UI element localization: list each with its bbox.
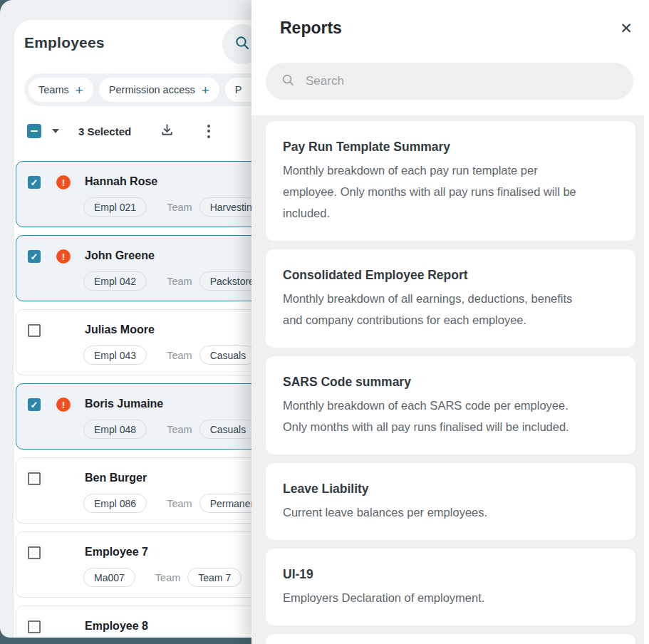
employee-checkbox[interactable]: ✓ [28, 472, 41, 485]
report-title: Consolidated Employee Report [283, 266, 618, 284]
report-card[interactable]: Pay Run Template Summary Monthly breakdo… [266, 121, 635, 241]
check-icon: ✓ [31, 178, 38, 187]
report-title: Pay Run Template Summary [283, 138, 618, 155]
team-label: Team [155, 572, 180, 583]
selection-toolbar: 3 Selected [27, 123, 212, 140]
search-icon [234, 35, 250, 53]
filter-chip-permission-access[interactable]: Permission access + [99, 78, 219, 102]
download-button[interactable] [160, 123, 175, 140]
reports-drawer: Reports ✕ Pay Run Template Summary Month… [251, 0, 649, 644]
more-options-button[interactable] [206, 123, 212, 140]
employee-id-badge: Ma007 [83, 568, 135, 587]
employee-name: Boris Jumaine [85, 398, 163, 410]
report-card[interactable]: Consolidated Employee Report Monthly bre… [266, 249, 635, 348]
team-badge: Team 7 [187, 568, 242, 587]
filter-chip-label: P [235, 84, 242, 95]
employee-id-badge: Empl 021 [83, 197, 147, 217]
employee-name: Julias Moore [85, 323, 155, 336]
report-list: Pay Run Template Summary Monthly breakdo… [251, 115, 644, 644]
employee-checkbox[interactable]: ✓ [28, 250, 41, 263]
employee-id-badge: Empl 043 [83, 346, 147, 365]
chevron-down-icon[interactable] [52, 129, 59, 133]
team-label: Team [167, 276, 192, 287]
employee-name: Hannah Rose [85, 175, 157, 188]
employee-name: Employee 7 [85, 546, 148, 559]
employee-meta: Ma007 Team Team 7 [83, 568, 242, 587]
team-label: Team [167, 424, 192, 435]
report-title: UI-19 [283, 566, 618, 583]
report-title: SARS Code summary [283, 373, 618, 390]
report-description: Monthly breakdown of each pay run templa… [283, 160, 618, 224]
page-title: Employees [24, 34, 105, 51]
team-badge: Casuals [199, 346, 257, 365]
report-card[interactable]: Leave Liability Current leave balances p… [266, 463, 635, 540]
employee-id-badge: Empl 086 [83, 494, 147, 513]
drawer-scrollbar[interactable] [644, 100, 649, 644]
report-description: Monthly breakdown of each SARS code per … [283, 395, 618, 437]
filter-bar: Teams + Permission access + P [24, 73, 279, 106]
check-icon: ✓ [31, 252, 38, 261]
warning-icon: ! [56, 249, 71, 264]
team-badge: Casuals [199, 420, 257, 439]
employee-checkbox[interactable]: ✓ [28, 176, 41, 189]
employee-id-badge: Empl 042 [83, 271, 147, 291]
employee-id-badge: Empl 048 [83, 420, 147, 439]
employee-checkbox[interactable]: ✓ [28, 546, 41, 559]
filter-chip-teams[interactable]: Teams + [28, 78, 93, 102]
employee-meta: Empl 021 Team Harvesting [83, 197, 269, 217]
team-label: Team [167, 350, 192, 361]
check-icon: ✓ [31, 400, 38, 410]
team-label: Team [167, 202, 192, 213]
report-card[interactable]: SARS Code summary Monthly breakdown of e… [266, 356, 635, 455]
warning-icon: ! [56, 175, 71, 189]
report-description: Employers Declaration of employment. [283, 587, 618, 608]
filter-chip-label: Teams [38, 84, 69, 95]
search-input[interactable] [306, 74, 618, 88]
team-label: Team [167, 498, 192, 509]
employee-meta: Empl 042 Team Packstore [83, 271, 265, 291]
report-description: Monthly breakdown of all earnings, deduc… [283, 288, 618, 331]
employee-name: John Greene [85, 249, 155, 262]
employee-checkbox[interactable]: ✓ [28, 324, 41, 337]
plus-icon: + [76, 83, 83, 97]
indeterminate-minus-icon [31, 130, 38, 132]
report-card[interactable]: UI-19 Employers Declaration of employmen… [266, 549, 635, 625]
warning-icon: ! [56, 398, 71, 412]
close-icon: ✕ [620, 20, 633, 37]
employee-checkbox[interactable]: ✓ [28, 398, 41, 411]
report-card-partial[interactable] [266, 634, 635, 644]
report-description: Current leave balances per employees. [283, 502, 618, 523]
employee-name: Ben Burger [85, 472, 147, 484]
report-title: Leave Liability [283, 480, 618, 497]
kebab-icon [207, 125, 210, 128]
employee-name: Employee 8 [85, 620, 148, 633]
employee-meta: Empl 043 Team Casuals [83, 346, 256, 365]
employee-meta: Empl 048 Team Casuals [83, 420, 256, 439]
select-all-checkbox[interactable] [27, 124, 41, 138]
close-button[interactable]: ✕ [615, 17, 638, 40]
employee-checkbox[interactable]: ✓ [28, 620, 41, 633]
download-icon [160, 123, 175, 140]
employee-meta: Empl 086 Team Permanent [83, 494, 269, 513]
filter-chip-label: Permission access [109, 84, 195, 95]
search-icon [281, 73, 295, 90]
selected-count: 3 Selected [78, 125, 131, 137]
plus-icon: + [202, 83, 209, 97]
reports-search[interactable] [266, 63, 633, 100]
drawer-title: Reports [280, 19, 342, 38]
